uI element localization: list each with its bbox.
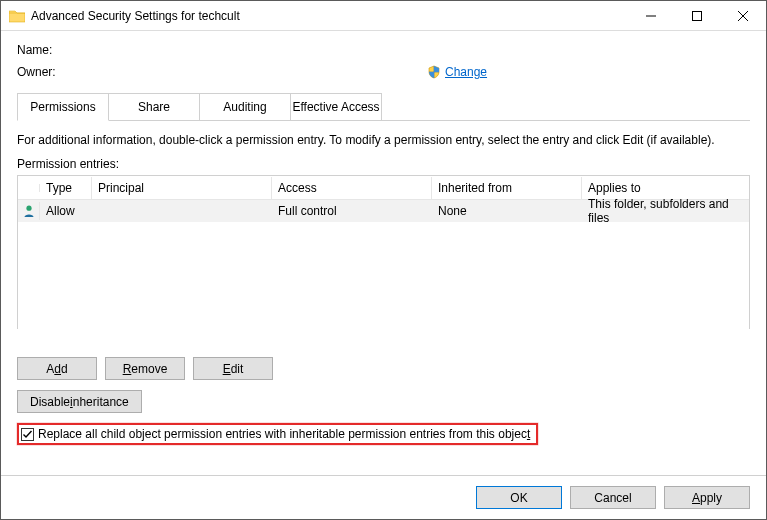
- tab-panel: For additional information, double-click…: [17, 120, 750, 445]
- window-title: Advanced Security Settings for techcult: [31, 9, 628, 23]
- replace-child-entries-label[interactable]: Replace all child object permission entr…: [38, 427, 530, 441]
- name-row: Name:: [17, 43, 750, 57]
- cell-type: Allow: [40, 202, 92, 220]
- tab-effective-access[interactable]: Effective Access: [290, 93, 382, 121]
- disable-inheritance-row: Disable inheritance: [17, 390, 750, 413]
- info-text: For additional information, double-click…: [17, 133, 750, 147]
- window-controls: [628, 1, 766, 30]
- col-type[interactable]: Type: [40, 177, 92, 199]
- name-label: Name:: [17, 43, 77, 57]
- edit-button[interactable]: Edit: [193, 357, 273, 380]
- minimize-button[interactable]: [628, 1, 674, 30]
- cell-access: Full control: [272, 202, 432, 220]
- add-button[interactable]: Add: [17, 357, 97, 380]
- cell-inherited: None: [432, 202, 582, 220]
- shield-icon: [427, 65, 441, 79]
- svg-point-4: [26, 206, 31, 211]
- cell-applies: This folder, subfolders and files: [582, 195, 749, 227]
- content-area: Name: Owner: Change Permissions Share Au…: [1, 31, 766, 475]
- tab-share[interactable]: Share: [108, 93, 200, 121]
- footer: OK Cancel Apply: [1, 475, 766, 519]
- ok-button[interactable]: OK: [476, 486, 562, 509]
- col-access[interactable]: Access: [272, 177, 432, 199]
- maximize-button[interactable]: [674, 1, 720, 30]
- entries-label: Permission entries:: [17, 157, 750, 171]
- disable-inheritance-button[interactable]: Disable inheritance: [17, 390, 142, 413]
- tab-auditing[interactable]: Auditing: [199, 93, 291, 121]
- cancel-button[interactable]: Cancel: [570, 486, 656, 509]
- table-row[interactable]: Allow Full control None This folder, sub…: [18, 200, 749, 222]
- remove-button[interactable]: Remove: [105, 357, 185, 380]
- window: Advanced Security Settings for techcult …: [0, 0, 767, 520]
- col-inherited[interactable]: Inherited from: [432, 177, 582, 199]
- entry-buttons: Add Remove Edit: [17, 357, 750, 380]
- tab-strip: Permissions Share Auditing Effective Acc…: [17, 93, 750, 121]
- owner-change-group: Change: [427, 65, 487, 79]
- titlebar: Advanced Security Settings for techcult: [1, 1, 766, 31]
- replace-child-entries-checkbox-row: Replace all child object permission entr…: [17, 423, 538, 445]
- folder-icon: [9, 9, 25, 23]
- close-button[interactable]: [720, 1, 766, 30]
- owner-label: Owner:: [17, 65, 77, 79]
- owner-row: Owner: Change: [17, 65, 750, 79]
- col-icon[interactable]: [18, 184, 40, 192]
- col-principal[interactable]: Principal: [92, 177, 272, 199]
- cell-principal: [92, 209, 272, 213]
- apply-button[interactable]: Apply: [664, 486, 750, 509]
- svg-rect-1: [693, 11, 702, 20]
- change-owner-link[interactable]: Change: [445, 65, 487, 79]
- replace-child-entries-checkbox[interactable]: [21, 428, 34, 441]
- tab-permissions[interactable]: Permissions: [17, 93, 109, 121]
- principal-icon: [18, 202, 40, 220]
- permission-grid: Type Principal Access Inherited from App…: [17, 175, 750, 329]
